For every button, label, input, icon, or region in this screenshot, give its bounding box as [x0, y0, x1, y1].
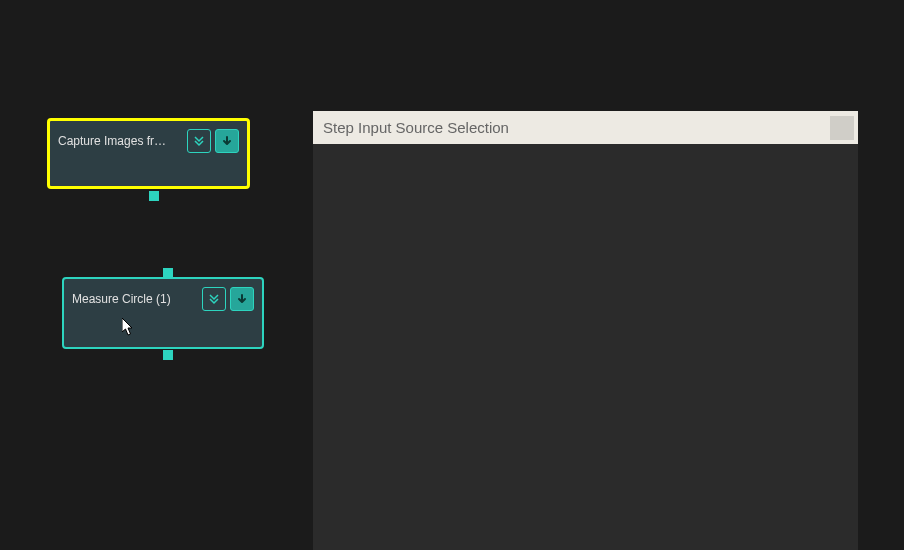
output-port[interactable] [162, 349, 174, 361]
node-title: Measure Circle (1) [72, 292, 179, 306]
node-action-button[interactable] [215, 129, 239, 153]
panel-close-button[interactable] [830, 116, 854, 140]
panel-title: Step Input Source Selection [323, 119, 509, 136]
node-action-button[interactable] [230, 287, 254, 311]
output-port[interactable] [148, 190, 160, 202]
chevron-down-double-icon [192, 134, 206, 148]
node-capture-images[interactable]: Capture Images fro… [47, 118, 250, 189]
node-measure-circle[interactable]: Measure Circle (1) [62, 277, 264, 349]
chevron-down-double-icon [207, 292, 221, 306]
node-expand-button[interactable] [202, 287, 226, 311]
node-title: Capture Images fro… [58, 134, 178, 148]
node-expand-button[interactable] [187, 129, 211, 153]
arrow-down-icon [236, 293, 248, 305]
arrow-down-icon [221, 135, 233, 147]
panel-header: Step Input Source Selection [313, 111, 858, 144]
input-source-panel: Step Input Source Selection [313, 111, 858, 550]
